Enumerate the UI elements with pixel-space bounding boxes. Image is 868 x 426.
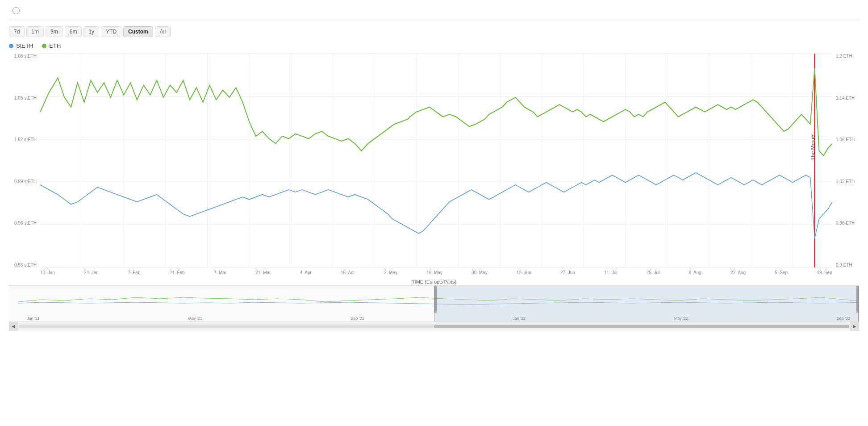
x-axis-label: 13. Jun: [517, 270, 531, 275]
x-axis-label: 22. Aug: [730, 270, 746, 275]
x-axis-label: 10. Jan: [40, 270, 55, 275]
y-right-label: 1.02 ETH: [836, 179, 855, 184]
x-axis-label: 8. Aug: [689, 270, 701, 275]
filter-btn-6m[interactable]: 6m: [65, 26, 82, 37]
x-axis-label: 5. Sep: [775, 270, 788, 275]
filter-btn-1m[interactable]: 1m: [26, 26, 44, 37]
minimap-x-label: Sep '22: [837, 316, 850, 321]
x-axis-label: 19. Sep: [817, 270, 832, 275]
minimap-x-label: Jan '22: [513, 316, 526, 321]
help-icon[interactable]: [13, 7, 20, 14]
x-axis-label: 11. Jul: [604, 270, 617, 275]
y-left-label: 0.96 stETH: [14, 221, 37, 226]
chart-wrapper: 1.08 stETH1.05 stETH1.02 stETH0.99 stETH…: [9, 54, 859, 286]
legend-dot: [42, 44, 46, 48]
minimap[interactable]: Jan '21May '21Sep '21Jan '22May '22Sep '…: [9, 286, 859, 322]
header-left: [9, 7, 20, 14]
minimap-x-label: May '21: [188, 316, 202, 321]
minimap-x-label: May '22: [674, 316, 688, 321]
y-left-label: 1.08 stETH: [14, 54, 37, 58]
filter-btn-1y[interactable]: 1y: [83, 26, 99, 37]
x-axis-label: 21. Mar: [256, 270, 271, 275]
legend-item-eth: ETH: [42, 42, 61, 49]
x-axis-label: 25. Jul: [647, 270, 659, 275]
chart-area: The Merge: [40, 54, 832, 267]
legend-dot: [9, 44, 13, 48]
x-axis-label: 24. Jan: [84, 270, 99, 275]
x-axis-label: 30. May: [472, 270, 488, 275]
y-left-label: 0.99 stETH: [14, 179, 37, 184]
scroll-left-arrow[interactable]: ◀: [9, 322, 18, 331]
chart-svg: The Merge: [40, 54, 832, 267]
filter-btn-7d[interactable]: 7d: [9, 26, 25, 37]
minimap-right-handle[interactable]: [856, 286, 859, 313]
x-axis-label: 18. Apr: [341, 270, 355, 275]
filter-btn-all[interactable]: All: [155, 26, 171, 37]
y-right-label: 1.2 ETH: [836, 54, 852, 58]
scroll-thumb[interactable]: [434, 325, 849, 328]
filter-btn-ytd[interactable]: YTD: [101, 26, 121, 37]
chart-header: [9, 7, 859, 20]
scroll-right-arrow[interactable]: ▶: [850, 322, 859, 331]
y-right-label: 0.96 ETH: [836, 221, 855, 226]
y-left-label: 0.93 stETH: [14, 263, 37, 267]
x-axis-label: 27. Jun: [560, 270, 575, 275]
filter-btn-3m[interactable]: 3m: [46, 26, 63, 37]
minimap-left-handle[interactable]: [434, 286, 437, 313]
filter-btn-custom[interactable]: Custom: [123, 26, 153, 37]
y-left-label: 1.02 stETH: [14, 137, 37, 142]
legend-item-steth: StETH: [9, 42, 33, 49]
x-axis-label: 2. May: [384, 270, 397, 275]
minimap-x-axis: Jan '21May '21Sep '21Jan '22May '22Sep '…: [18, 316, 859, 321]
legend-label: ETH: [49, 42, 61, 49]
x-axis-label: 4. Apr: [300, 270, 312, 275]
x-axis-label: 16. May: [426, 270, 442, 275]
minimap-x-label: Jan '21: [27, 316, 40, 321]
y-right-label: 1.08 ETH: [836, 137, 855, 142]
x-axis-label: 21. Feb: [170, 270, 185, 275]
scroll-bar: ◀ ▶: [9, 322, 859, 330]
time-filter-bar: 7d1m3m6m1yYTDCustomAll: [9, 26, 859, 37]
scroll-track: [19, 325, 849, 328]
y-axis-right: 1.2 ETH1.14 ETH1.08 ETH1.02 ETH0.96 ETH0…: [832, 54, 859, 267]
y-right-label: 1.14 ETH: [836, 96, 855, 100]
y-axis-left: 1.08 stETH1.05 stETH1.02 stETH0.99 stETH…: [9, 54, 40, 267]
minimap-x-label: Sep '21: [351, 316, 364, 321]
y-left-label: 1.05 stETH: [14, 96, 37, 100]
x-axis-label: 7. Mar: [214, 270, 226, 275]
y-right-label: 0.9 ETH: [836, 263, 852, 267]
chart-legend: StETHETH: [9, 42, 859, 49]
main-container: 7d1m3m6m1yYTDCustomAll StETHETH 1.08 stE…: [0, 0, 868, 338]
x-axis-title: TIME (Europe/Paris): [412, 279, 456, 284]
svg-text:The Merge: The Merge: [810, 135, 815, 161]
x-axis-label: 7. Feb: [128, 270, 140, 275]
legend-label: StETH: [16, 42, 33, 49]
